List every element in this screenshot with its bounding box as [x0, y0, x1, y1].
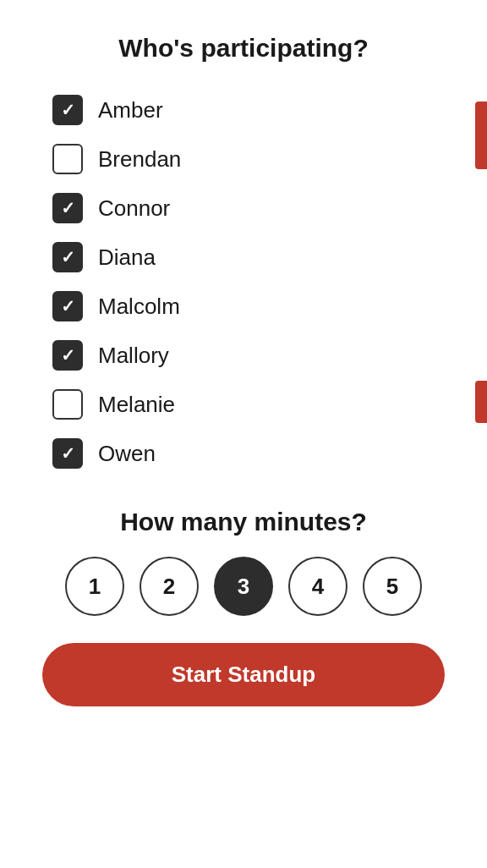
participant-item: ✓Diana [42, 233, 445, 281]
participant-name: Mallory [98, 343, 169, 369]
checkmark-icon: ✓ [61, 298, 75, 315]
participant-checkbox-diana[interactable]: ✓ [52, 242, 83, 272]
minute-option-2[interactable]: 2 [140, 557, 199, 616]
minute-option-4[interactable]: 4 [288, 557, 347, 616]
participant-name: Owen [98, 441, 156, 467]
minutes-options: 12345 [42, 557, 445, 616]
minutes-title: How many minutes? [42, 508, 445, 536]
participant-name: Brendan [98, 146, 181, 173]
participant-item: ✓Amber [42, 86, 445, 134]
checkmark-icon: ✓ [61, 347, 75, 364]
checkmark-icon: ✓ [61, 102, 75, 118]
participants-title: Who's participating? [42, 34, 445, 63]
participant-checkbox-melanie[interactable] [52, 389, 83, 420]
participant-item: Brendan [42, 135, 445, 183]
participant-checkbox-malcolm[interactable]: ✓ [52, 291, 83, 321]
participants-list: ✓AmberBrendan✓Connor✓Diana✓Malcolm✓Mallo… [42, 86, 445, 477]
participant-name: Diana [98, 244, 156, 271]
minute-option-3[interactable]: 3 [214, 557, 273, 616]
participant-name: Connor [98, 195, 170, 222]
checkmark-icon: ✓ [61, 200, 75, 217]
participant-checkbox-brendan[interactable] [52, 144, 83, 174]
minute-option-5[interactable]: 5 [363, 557, 422, 616]
participant-checkbox-connor[interactable]: ✓ [52, 193, 83, 223]
minutes-section: How many minutes? 12345 [42, 508, 445, 616]
participant-checkbox-owen[interactable]: ✓ [52, 438, 83, 469]
participant-item: Melanie [42, 381, 445, 428]
participant-name: Melanie [98, 392, 175, 418]
participant-item: ✓Malcolm [42, 283, 445, 330]
participant-item: ✓Owen [42, 430, 445, 477]
minute-option-1[interactable]: 1 [65, 557, 124, 616]
participant-item: ✓Mallory [42, 332, 445, 379]
checkmark-icon: ✓ [61, 249, 75, 266]
right-accent-bottom [475, 381, 487, 423]
participant-checkbox-amber[interactable]: ✓ [52, 95, 83, 125]
participant-name: Malcolm [98, 294, 180, 320]
participant-item: ✓Connor [42, 184, 445, 232]
checkmark-icon: ✓ [61, 445, 75, 462]
participant-checkbox-mallory[interactable]: ✓ [52, 340, 83, 371]
main-card: Who's participating? ✓AmberBrendan✓Conno… [0, 0, 487, 868]
start-standup-button[interactable]: Start Standup [42, 643, 445, 706]
participant-name: Amber [98, 97, 163, 124]
right-accent-top [475, 102, 487, 169]
